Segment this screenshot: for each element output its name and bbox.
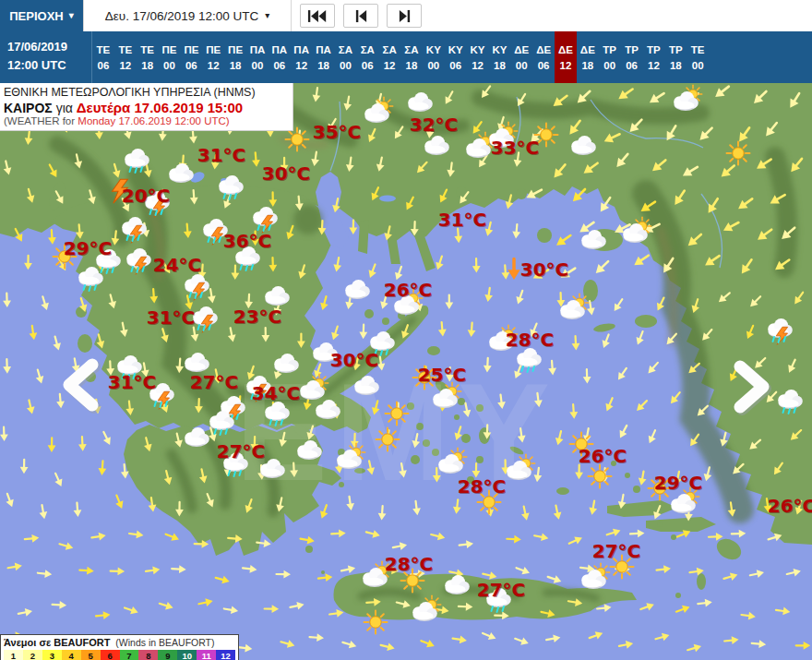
- legend-scale: 123456789101112: [4, 650, 235, 660]
- slot-day: ΤΡ: [603, 44, 616, 55]
- timeline-slot-ΠΑ-12[interactable]: ΠΑ12: [291, 31, 313, 83]
- temperature-label: 35°C: [313, 121, 362, 143]
- temperature-label: 33°C: [491, 137, 540, 159]
- slot-hour: 18: [317, 60, 329, 71]
- slot-hour: 06: [98, 60, 110, 71]
- datetime-dropdown-label: Δευ. 17/06/2019 12:00 UTC: [105, 9, 259, 23]
- timeline-slot-ΠΑ-00[interactable]: ΠΑ00: [246, 31, 269, 83]
- region-dropdown-button[interactable]: ΠΕΡΙΟΧΗ ▾: [0, 0, 83, 31]
- chevron-down-icon: ▾: [69, 11, 74, 20]
- temperature-label: 28°C: [458, 475, 507, 498]
- slot-day: ΤΡ: [647, 44, 661, 55]
- slot-hour: 18: [494, 60, 506, 71]
- temperature-label: 24°C: [153, 254, 202, 276]
- slot-hour: 18: [141, 60, 153, 71]
- watermark: ΕΜΥ: [235, 354, 557, 510]
- timeline-slot-ΔΕ-12[interactable]: ΔΕ12: [555, 31, 577, 83]
- service-name: ΕΘΝΙΚΗ ΜΕΤΕΩΡΟΛΟΓΙΚΗ ΥΠΗΡΕΣΙΑ (HNMS): [4, 86, 286, 99]
- step-forward-button[interactable]: [387, 4, 422, 28]
- temperature-label: 31°C: [108, 371, 157, 393]
- temperature-label: 31°C: [438, 209, 487, 231]
- timeline-slot-ΔΕ-06[interactable]: ΔΕ06: [532, 31, 555, 83]
- legend-title: Άνεμοι σε BEAUFORT(Winds in BEAUFORT): [4, 637, 235, 648]
- temperature-label: 26°C: [579, 445, 627, 467]
- slot-hour: 06: [626, 60, 638, 71]
- timeline-slot-ΠΑ-06[interactable]: ΠΑ06: [269, 31, 291, 83]
- temperature-label: 30°C: [262, 162, 311, 185]
- skip-to-start-icon: [307, 9, 328, 23]
- timeline-current-datetime: 17/06/2019 12:00 UTC: [0, 31, 92, 83]
- map-info-box: ΕΘΝΙΚΗ ΜΕΤΕΩΡΟΛΟΓΙΚΗ ΥΠΗΡΕΣΙΑ (HNMS) ΚΑΙ…: [0, 83, 293, 131]
- slot-day: ΚΥ: [471, 44, 485, 55]
- slot-hour: 00: [340, 60, 352, 71]
- timeline-slot-ΤΕ-12[interactable]: ΤΕ12: [114, 31, 137, 83]
- temperature-label: 25°C: [418, 364, 467, 386]
- slot-hour: 12: [208, 60, 220, 71]
- temperature-label: 27°C: [217, 440, 266, 462]
- slot-hour: 18: [581, 60, 593, 71]
- timeline-slot-ΠΕ-00[interactable]: ΠΕ00: [159, 31, 181, 83]
- timeline-slot-ΤΕ-18[interactable]: ΤΕ18: [137, 31, 159, 83]
- legend-cell-7: 7: [120, 650, 139, 660]
- timeline-slot-ΠΕ-06[interactable]: ΠΕ06: [180, 31, 202, 83]
- temperature-label: 30°C: [330, 349, 379, 371]
- slot-hour: 12: [295, 60, 307, 71]
- slot-hour: 18: [670, 60, 682, 71]
- timeline-slot-ΤΡ-06[interactable]: ΤΡ06: [621, 31, 643, 83]
- chevron-down-icon: ▾: [265, 11, 269, 20]
- slot-day: ΚΥ: [492, 44, 507, 55]
- timeline-slot-ΣΑ-18[interactable]: ΣΑ18: [400, 31, 423, 83]
- legend-cell-8: 8: [138, 650, 158, 660]
- timeline-slot-ΔΕ-18[interactable]: ΔΕ18: [577, 31, 599, 83]
- slot-hour: 00: [516, 60, 528, 71]
- pan-left-button[interactable]: [57, 356, 105, 417]
- beaufort-legend: Άνεμοι σε BEAUFORT(Winds in BEAUFORT) 12…: [0, 634, 239, 660]
- legend-cell-5: 5: [81, 650, 101, 660]
- skip-to-start-button[interactable]: [300, 4, 335, 28]
- weather-map[interactable]: ΕΜΥ ΕΘΝΙΚΗ ΜΕΤΕΩΡΟΛΟΓΙΚΗ ΥΠΗΡΕΣΙΑ (HNMS)…: [0, 83, 812, 660]
- timeline-slot-ΤΡ-18[interactable]: ΤΡ18: [664, 31, 687, 83]
- timeline-slot-ΚΥ-12[interactable]: ΚΥ12: [467, 31, 489, 83]
- timeline-slot-ΠΑ-18[interactable]: ΠΑ18: [313, 31, 335, 83]
- slot-hour: 00: [252, 60, 264, 71]
- timeline-slot-ΔΕ-00[interactable]: ΔΕ00: [510, 31, 532, 83]
- slot-day: ΚΥ: [448, 44, 463, 55]
- timeline-slot-ΚΥ-00[interactable]: ΚΥ00: [423, 31, 445, 83]
- datetime-dropdown-button[interactable]: Δευ. 17/06/2019 12:00 UTC ▾: [83, 0, 292, 31]
- temperature-label: 27°C: [477, 579, 526, 601]
- step-back-button[interactable]: [343, 4, 378, 28]
- step-back-icon: [354, 9, 368, 23]
- slot-day: ΠΕ: [228, 44, 243, 55]
- slot-day: ΔΕ: [580, 44, 595, 55]
- legend-cell-10: 10: [177, 650, 197, 660]
- region-dropdown-label: ΠΕΡΙΟΧΗ: [9, 9, 64, 23]
- timeline-slot-ΚΥ-18[interactable]: ΚΥ18: [488, 31, 510, 83]
- temperature-label: 29°C: [64, 237, 113, 259]
- legend-cell-3: 3: [42, 650, 62, 660]
- slot-hour: 18: [406, 60, 418, 71]
- timeline-slot-ΤΕ-06[interactable]: ΤΕ06: [92, 31, 114, 83]
- legend-cell-1: 1: [4, 650, 23, 660]
- pan-right-button[interactable]: [727, 358, 775, 419]
- step-forward-icon: [398, 9, 412, 23]
- timeline-slot-ΣΑ-00[interactable]: ΣΑ00: [334, 31, 356, 83]
- temperature-label: 31°C: [197, 144, 246, 166]
- slot-hour: 18: [230, 60, 242, 71]
- timeline-slot-ΤΕ-00[interactable]: ΤΕ00: [687, 31, 709, 83]
- timeline-slot-ΤΡ-00[interactable]: ΤΡ00: [599, 31, 621, 83]
- slot-hour: 06: [185, 60, 197, 71]
- timeline-slot-ΤΡ-12[interactable]: ΤΡ12: [642, 31, 664, 83]
- timeline-slot-ΣΑ-06[interactable]: ΣΑ06: [356, 31, 378, 83]
- slot-day: ΣΑ: [404, 44, 418, 55]
- slot-hour: 00: [163, 60, 175, 71]
- slot-day: ΠΑ: [316, 44, 331, 55]
- timeline-slot-ΣΑ-12[interactable]: ΣΑ12: [378, 31, 400, 83]
- slot-day: ΔΕ: [536, 44, 551, 55]
- timeline-slot-ΠΕ-12[interactable]: ΠΕ12: [202, 31, 224, 83]
- timeline-slot-ΚΥ-06[interactable]: ΚΥ06: [445, 31, 467, 83]
- toolbar: ΠΕΡΙΟΧΗ ▾ Δευ. 17/06/2019 12:00 UTC ▾: [0, 0, 812, 31]
- legend-cell-12: 12: [216, 650, 235, 660]
- timeline-slot-ΠΕ-18[interactable]: ΠΕ18: [224, 31, 246, 83]
- slot-hour: 00: [603, 60, 615, 71]
- temperature-label: 26°C: [768, 495, 812, 517]
